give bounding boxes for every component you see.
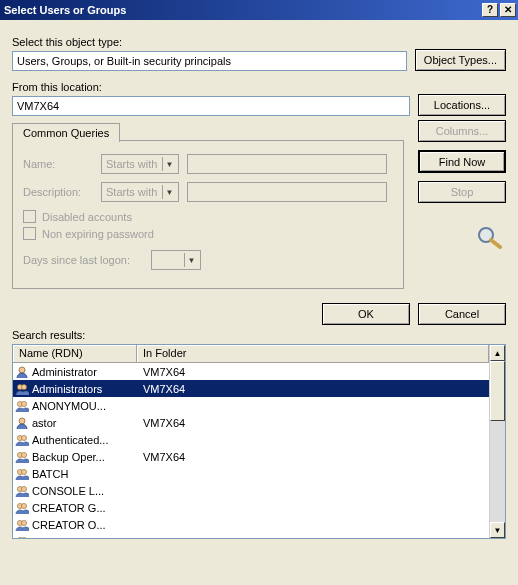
name-filter-input [187,154,387,174]
group-icon [15,501,29,515]
group-icon [15,433,29,447]
svg-point-10 [21,435,26,440]
name-mode-combo: Starts with ▼ [101,154,179,174]
svg-point-8 [19,418,25,424]
list-item[interactable]: astorVM7X64 [13,414,489,431]
ok-button[interactable]: OK [322,303,410,325]
list-item-name: Cryptographic... [32,536,110,539]
object-type-label: Select this object type: [12,36,407,48]
svg-point-16 [21,486,26,491]
list-item-name: CREATOR O... [32,519,106,531]
find-now-button[interactable]: Find Now [418,150,506,173]
scroll-track[interactable] [490,361,505,522]
scroll-thumb[interactable] [490,361,505,421]
scroll-up-button[interactable]: ▲ [490,345,505,361]
svg-point-7 [21,401,26,406]
search-results-label: Search results: [12,329,506,341]
search-icon [474,225,506,249]
chevron-down-icon: ▼ [184,253,198,267]
list-item-folder: VM7X64 [137,383,489,395]
list-item[interactable]: Backup Oper...VM7X64 [13,448,489,465]
svg-point-18 [21,503,26,508]
list-item-name: ANONYMOU... [32,400,106,412]
list-item-folder: VM7X64 [137,451,489,463]
list-item-name: CONSOLE L... [32,485,104,497]
column-header-folder[interactable]: In Folder [137,345,489,363]
svg-point-22 [21,537,26,538]
results-scrollbar[interactable]: ▲ ▼ [489,345,505,538]
svg-point-20 [21,520,26,525]
list-item[interactable]: AdministratorsVM7X64 [13,380,489,397]
list-item-name: CREATOR G... [32,502,106,514]
disabled-accounts-checkbox [23,210,36,223]
list-item-name: Backup Oper... [32,451,105,463]
list-item-name: astor [32,417,56,429]
from-location-field[interactable] [12,96,410,116]
titlebar: Select Users or Groups ? ✕ [0,0,518,20]
list-item-name: BATCH [32,468,68,480]
results-list[interactable]: Name (RDN) In Folder AdministratorVM7X64… [12,344,506,539]
common-queries-group: Common Queries Name: Starts with ▼ Descr… [12,140,404,289]
columns-button: Columns... [418,120,506,142]
svg-point-3 [19,367,25,373]
from-location-label: From this location: [12,81,410,93]
description-filter-label: Description: [23,186,93,198]
group-icon [15,382,29,396]
svg-line-1 [491,240,500,247]
svg-point-12 [21,452,26,457]
scroll-down-button[interactable]: ▼ [490,522,505,538]
cancel-button[interactable]: Cancel [418,303,506,325]
list-item-folder: VM7X64 [137,536,489,539]
user-icon [15,365,29,379]
list-item-folder: VM7X64 [137,417,489,429]
svg-point-2 [481,230,491,240]
list-item[interactable]: CREATOR G... [13,499,489,516]
description-mode-combo: Starts with ▼ [101,182,179,202]
chevron-down-icon: ▼ [162,185,176,199]
stop-button: Stop [418,181,506,203]
non-expiring-checkbox [23,227,36,240]
group-icon [15,450,29,464]
list-item-name: Administrator [32,366,97,378]
column-header-name[interactable]: Name (RDN) [13,345,137,363]
list-item[interactable]: BATCH [13,465,489,482]
help-button[interactable]: ? [482,3,498,17]
locations-button[interactable]: Locations... [418,94,506,116]
tab-common-queries[interactable]: Common Queries [12,123,120,142]
days-since-logon-combo: ▼ [151,250,201,270]
list-item-name: Authenticated... [32,434,108,446]
chevron-down-icon: ▼ [162,157,176,171]
user-icon [15,416,29,430]
description-filter-input [187,182,387,202]
svg-point-14 [21,469,26,474]
list-item[interactable]: Authenticated... [13,431,489,448]
list-item-name: Administrators [32,383,102,395]
close-button[interactable]: ✕ [500,3,516,17]
disabled-accounts-label: Disabled accounts [42,211,132,223]
object-types-button[interactable]: Object Types... [415,49,506,71]
window-title: Select Users or Groups [4,0,126,20]
object-type-field[interactable] [12,51,407,71]
list-item-folder: VM7X64 [137,366,489,378]
list-item[interactable]: ANONYMOU... [13,397,489,414]
group-icon [15,518,29,532]
group-icon [15,467,29,481]
name-filter-label: Name: [23,158,93,170]
group-icon [15,399,29,413]
svg-point-5 [21,384,26,389]
list-item[interactable]: CREATOR O... [13,516,489,533]
group-icon [15,484,29,498]
list-item[interactable]: AdministratorVM7X64 [13,363,489,380]
non-expiring-label: Non expiring password [42,228,154,240]
group-icon [15,535,29,539]
list-item[interactable]: CONSOLE L... [13,482,489,499]
list-item[interactable]: Cryptographic...VM7X64 [13,533,489,538]
days-since-logon-label: Days since last logon: [23,254,143,266]
